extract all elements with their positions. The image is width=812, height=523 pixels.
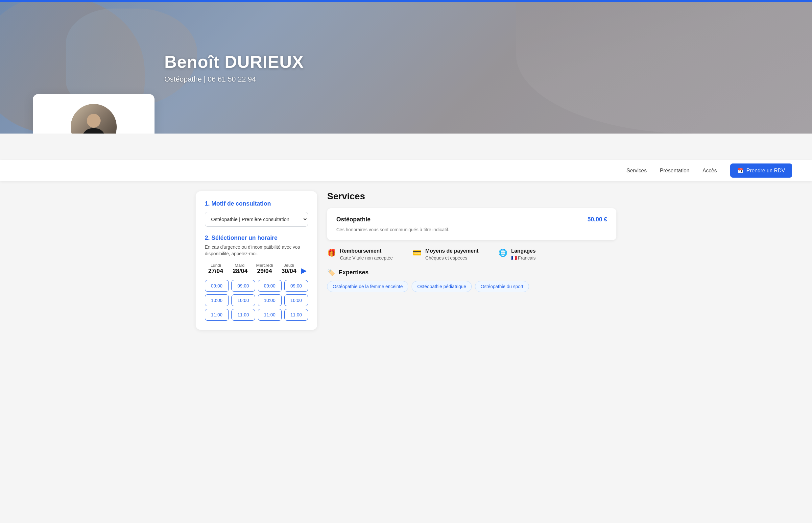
profile-card: [33, 94, 154, 133]
day-col-3: Jeudi 30/04: [278, 263, 300, 275]
service-name: Ostéopathie: [336, 216, 371, 223]
expertises-header: 🏷️ Expertises: [327, 268, 617, 276]
tags-row: Ostéopathie de la femme enceinte Ostéopa…: [327, 281, 617, 292]
time-slot-2-1[interactable]: 11:00: [231, 309, 256, 321]
booking-panel: 1. Motif de consultation Ostéopathie | P…: [195, 191, 317, 330]
time-slot-1-3[interactable]: 10:00: [284, 294, 308, 306]
gift-icon: 🎁: [327, 249, 336, 257]
main-content: 1. Motif de consultation Ostéopathie | P…: [176, 181, 636, 343]
langages-value: 🇫🇷 Francais: [511, 255, 536, 260]
tag-icon: 🏷️: [327, 268, 335, 276]
consultation-select[interactable]: Ostéopathie | Première consultation Osté…: [205, 212, 308, 227]
nav-link-services[interactable]: Services: [627, 168, 647, 174]
tag-femme-enceinte: Ostéopathie de la femme enceinte: [327, 281, 408, 292]
prendre-rdv-button[interactable]: 📅 Prendre un RDV: [730, 163, 792, 178]
urgency-text: En cas d'urgence ou d'incompatibilité av…: [205, 244, 308, 257]
time-slot-0-2[interactable]: 09:00: [258, 280, 282, 292]
step1-title: 1. Motif de consultation: [205, 200, 308, 207]
hero-text: Benoît DURIEUX Ostéopathe | 06 61 50 22 …: [164, 52, 304, 84]
card-icon: 💳: [413, 249, 421, 257]
info-remboursement: 🎁 Remboursement Carte Vitale non accepté…: [327, 248, 393, 260]
next-week-button[interactable]: ▶: [300, 265, 308, 276]
time-slot-1-2[interactable]: 10:00: [258, 294, 282, 306]
expertises-section: 🏷️ Expertises Ostéopathie de la femme en…: [327, 268, 617, 292]
time-slot-0-1[interactable]: 09:00: [231, 280, 256, 292]
service-row: Ostéopathie 50,00 €: [336, 216, 607, 223]
time-slot-0-3[interactable]: 09:00: [284, 280, 308, 292]
payement-label: Moyens de payement: [426, 248, 479, 254]
service-note: Ces honoraires vous sont communiqués à t…: [336, 227, 607, 232]
time-slot-2-0[interactable]: 11:00: [205, 309, 229, 321]
day-col-1: Mardi 28/04: [229, 263, 251, 275]
time-slot-row-2: 11:00 11:00 11:00 11:00: [205, 309, 308, 321]
avatar-head: [87, 114, 100, 128]
expertises-title: Expertises: [339, 269, 369, 276]
service-card: Ostéopathie 50,00 € Ces honoraires vous …: [327, 208, 617, 240]
time-slot-row-1: 10:00 10:00 10:00 10:00: [205, 294, 308, 306]
avatar: [71, 104, 117, 133]
remboursement-label: Remboursement: [340, 248, 393, 254]
time-slot-0-0[interactable]: 09:00: [205, 280, 229, 292]
payement-value: Chèques et espèces: [426, 255, 479, 260]
nav-link-acces[interactable]: Accès: [702, 168, 717, 174]
tag-pediatrique: Ostéopathie pédiatrique: [412, 281, 472, 292]
avatar-person: [80, 110, 107, 133]
time-slot-2-3[interactable]: 11:00: [284, 309, 308, 321]
france-flag-icon: 🇫🇷: [511, 255, 517, 260]
services-title: Services: [327, 191, 617, 202]
day-col-0: Lundi 27/04: [205, 263, 227, 275]
remboursement-value: Carte Vitale non acceptée: [340, 255, 393, 260]
doctor-name: Benoît DURIEUX: [164, 52, 304, 72]
time-slot-1-0[interactable]: 10:00: [205, 294, 229, 306]
tag-sport: Ostéopathie du sport: [475, 281, 529, 292]
step2-title: 2. Séléctionner un horaire: [205, 235, 308, 241]
avatar-body: [82, 128, 105, 133]
info-row: 🎁 Remboursement Carte Vitale non accepté…: [327, 248, 617, 260]
info-langages: 🌐 Langages 🇫🇷 Francais: [498, 248, 536, 260]
calendar-header: Lundi 27/04 Mardi 28/04 Mercredi 29/04 J…: [205, 263, 300, 275]
time-slot-1-1[interactable]: 10:00: [231, 294, 256, 306]
service-price: 50,00 €: [587, 216, 607, 223]
hero-section: Benoît DURIEUX Ostéopathe | 06 61 50 22 …: [0, 2, 812, 133]
globe-icon: 🌐: [498, 249, 507, 257]
services-panel: Services Ostéopathie 50,00 € Ces honorai…: [327, 191, 617, 330]
day-col-2: Mercredi 29/04: [254, 263, 276, 275]
calendar-icon: 📅: [737, 167, 744, 174]
navbar: Services Présentation Accès 📅 Prendre un…: [0, 160, 812, 181]
nav-link-presentation[interactable]: Présentation: [660, 168, 690, 174]
info-payement: 💳 Moyens de payement Chèques et espèces: [413, 248, 479, 260]
time-slot-2-2[interactable]: 11:00: [258, 309, 282, 321]
time-slot-row-0: 09:00 09:00 09:00 09:00: [205, 280, 308, 292]
langages-label: Langages: [511, 248, 536, 254]
doctor-subtitle: Ostéopathe | 06 61 50 22 94: [164, 75, 304, 84]
